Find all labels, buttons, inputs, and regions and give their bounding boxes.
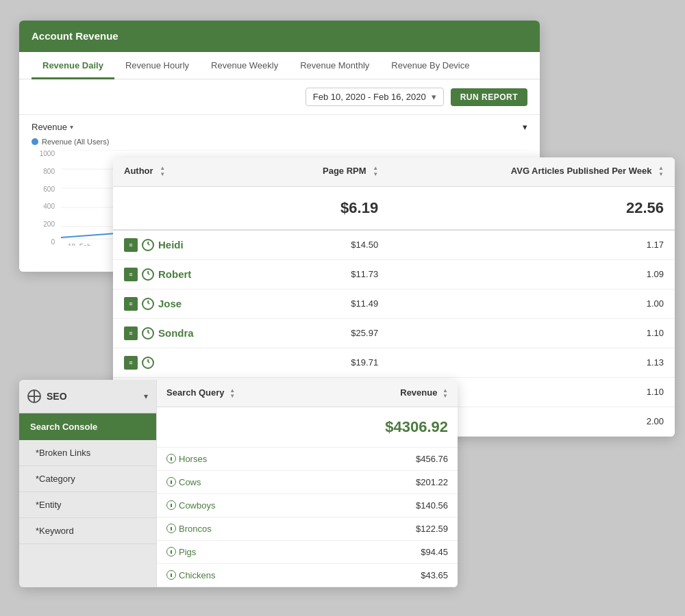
- seo-table-row: Cows $201.22: [157, 470, 458, 493]
- col-page-rpm: Page RPM ▲ ▼: [262, 157, 389, 186]
- author-icon-clock: [142, 298, 154, 310]
- query-clock-icon: [166, 570, 176, 580]
- seo-menu-category[interactable]: *Category: [19, 466, 156, 492]
- search-query-sort[interactable]: ▲ ▼: [229, 388, 235, 399]
- seo-label: SEO: [47, 391, 67, 402]
- author-cell: ≡ Sondra: [113, 318, 262, 348]
- author-rpm-value: $25.97: [262, 318, 389, 348]
- seo-table-row: Broncos $122.59: [157, 517, 458, 540]
- y-axis-labels: 1000 800 600 400 200 0: [32, 150, 58, 246]
- query-clock-icon: [166, 524, 176, 533]
- seo-menu-search-console[interactable]: Search Console: [19, 413, 156, 440]
- seo-revenue-cell: $456.76: [312, 447, 458, 470]
- seo-query-cell: Cowboys: [157, 493, 312, 517]
- metric-dropdown[interactable]: Revenue ▾: [32, 122, 73, 132]
- seo-summary-query: [157, 407, 312, 447]
- seo-table-row: Cowboys $140.56: [157, 493, 458, 517]
- table-row: ≡ Jose $11.49 1.00: [113, 289, 675, 318]
- run-report-button[interactable]: RUN REPORT: [451, 88, 527, 106]
- author-sort[interactable]: ▲ ▼: [160, 166, 165, 178]
- seo-table-row: Chickens $43.65: [157, 563, 458, 587]
- author-rpm-value: $11.49: [262, 289, 389, 318]
- author-rpm-value: $11.73: [262, 259, 389, 289]
- seo-table-row: Pigs $94.45: [157, 540, 458, 563]
- revenue-sort[interactable]: ▲ ▼: [443, 388, 448, 399]
- author-articles-value: 1.13: [389, 348, 675, 377]
- author-icon-clock: [142, 239, 154, 251]
- author-cell: ≡ Jose: [113, 289, 262, 318]
- tab-revenue-daily[interactable]: Revenue Daily: [32, 52, 114, 79]
- table-row: ≡ Robert $11.73 1.09: [113, 259, 675, 289]
- seo-main-content: Search Query ▲ ▼ Revenue ▲ ▼: [156, 380, 458, 587]
- seo-revenue-cell: $122.59: [312, 517, 458, 540]
- author-icon-box: ≡: [124, 238, 138, 252]
- svg-text:10. Feb: 10. Feb: [68, 243, 91, 246]
- seo-query-cell: Broncos: [157, 517, 312, 540]
- seo-summary-row: $4306.92: [157, 407, 458, 447]
- card-title: Account Revenue: [32, 30, 119, 42]
- query-clock-icon: [166, 454, 176, 463]
- seo-query-cell: Cows: [157, 470, 312, 493]
- author-icon-clock: [142, 268, 154, 281]
- chevron-down-icon: ▾: [144, 392, 148, 401]
- query-clock-icon: [166, 500, 176, 510]
- query-clock-icon: [166, 547, 176, 556]
- date-range-arrow: ▾: [432, 92, 436, 102]
- author-icon-box: ≡: [124, 268, 138, 281]
- author-icon-box: ≡: [124, 326, 138, 340]
- table-row: ≡ Heidi $14.50 1.17: [113, 230, 675, 260]
- seo-sidebar: SEO ▾ Search Console *Broken Links *Cate…: [19, 380, 156, 587]
- author-articles-value: 1.00: [389, 289, 675, 318]
- tab-revenue-weekly[interactable]: Revenue Weekly: [200, 52, 289, 79]
- globe-icon: [27, 389, 41, 403]
- seo-sidebar-header[interactable]: SEO ▾: [19, 380, 156, 413]
- seo-table-row: Horses $456.76: [157, 447, 458, 470]
- metric-dropdown-arrow: ▾: [70, 123, 73, 131]
- author-icon-clock: [142, 327, 154, 339]
- seo-menu-keyword[interactable]: *Keyword: [19, 518, 156, 544]
- seo-query-cell: Horses: [157, 447, 312, 470]
- summary-rpm: $6.19: [262, 186, 389, 230]
- author-rpm-value: $14.50: [262, 230, 389, 260]
- summary-avg-articles: 22.56: [389, 186, 675, 230]
- col-revenue: Revenue ▲ ▼: [312, 380, 458, 407]
- author-rpm-value: $19.71: [262, 348, 389, 377]
- table-row: ≡ Sondra $25.97 1.10: [113, 318, 675, 348]
- articles-sort[interactable]: ▲ ▼: [658, 166, 664, 178]
- seo-query-cell: Chickens: [157, 563, 312, 587]
- tab-revenue-hourly[interactable]: Revenue Hourly: [114, 52, 200, 79]
- summary-row: $6.19 22.56: [113, 186, 675, 230]
- col-search-query: Search Query ▲ ▼: [157, 380, 312, 407]
- card-header: Account Revenue: [19, 21, 540, 52]
- author-icon-clock: [142, 357, 154, 369]
- seo-search-console-card: SEO ▾ Search Console *Broken Links *Cate…: [19, 380, 458, 587]
- seo-table-header-row: Search Query ▲ ▼ Revenue ▲ ▼: [157, 380, 458, 407]
- seo-revenue-cell: $140.56: [312, 493, 458, 517]
- chart-options-dropdown[interactable]: ▾: [523, 122, 527, 132]
- seo-query-cell: Pigs: [157, 540, 312, 563]
- date-range-selector[interactable]: Feb 10, 2020 - Feb 16, 2020 ▾: [306, 88, 444, 106]
- legend-dot: [32, 138, 38, 145]
- table-header-row: Author ▲ ▼ Page RPM ▲ ▼ AVG Articles Pub…: [113, 157, 675, 186]
- seo-total-revenue: $4306.92: [312, 407, 458, 447]
- rpm-sort[interactable]: ▲ ▼: [373, 166, 378, 178]
- seo-revenue-cell: $94.45: [312, 540, 458, 563]
- col-avg-articles: AVG Articles Published Per Week ▲ ▼: [389, 157, 675, 186]
- author-articles-value: 1.17: [389, 230, 675, 260]
- author-cell: ≡: [113, 348, 262, 377]
- report-toolbar: Feb 10, 2020 - Feb 16, 2020 ▾ RUN REPORT: [19, 79, 540, 115]
- seo-menu-entity[interactable]: *Entity: [19, 492, 156, 518]
- author-icon-box: ≡: [124, 297, 138, 311]
- seo-revenue-cell: $201.22: [312, 470, 458, 493]
- seo-menu-broken-links[interactable]: *Broken Links: [19, 440, 156, 466]
- author-articles-value: 1.10: [389, 318, 675, 348]
- query-clock-icon: [166, 477, 176, 487]
- table-row: ≡ $19.71 1.13: [113, 348, 675, 377]
- date-range-value: Feb 10, 2020 - Feb 16, 2020: [313, 92, 426, 102]
- tab-revenue-monthly[interactable]: Revenue Monthly: [289, 52, 380, 79]
- col-author: Author ▲ ▼: [113, 157, 262, 186]
- revenue-tabs: Revenue Daily Revenue Hourly Revenue Wee…: [19, 52, 540, 79]
- summary-author-cell: [113, 186, 262, 230]
- chart-controls: Revenue ▾ ▾: [32, 122, 527, 132]
- tab-revenue-by-device[interactable]: Revenue By Device: [380, 52, 480, 79]
